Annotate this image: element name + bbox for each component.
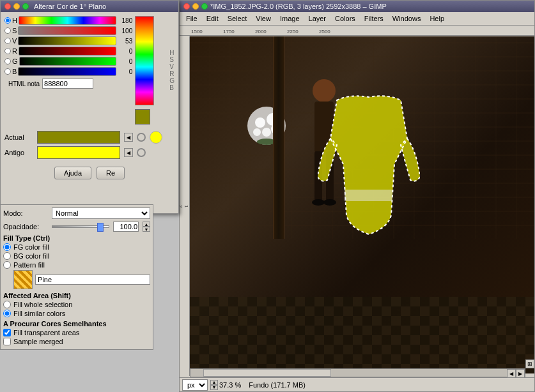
html-nota-input[interactable] <box>42 79 93 89</box>
zoom-out-button[interactable]: ▼ <box>210 385 218 390</box>
b-slider[interactable] <box>18 67 116 76</box>
canvas-area[interactable] <box>190 36 534 373</box>
yellow-painted-region <box>318 87 420 280</box>
pillar <box>273 36 284 239</box>
navigate-button[interactable]: ⊞ <box>525 359 534 368</box>
actual-row: Actual ◀ <box>4 131 174 144</box>
zoom-button[interactable] <box>22 3 29 10</box>
scrollbar-horizontal: ◀ ▶ <box>190 368 525 377</box>
antigo-indicator <box>137 148 146 157</box>
dialog-title: Alterar Cor de 1° Plano <box>34 3 106 10</box>
opacity-up[interactable]: ▲ <box>143 222 150 227</box>
fill-transparent-checkbox[interactable] <box>3 329 11 336</box>
gimp-minimize-button[interactable] <box>192 3 199 10</box>
channel-sliders: H 180 S 100 V 53 R 0 <box>4 16 132 124</box>
sample-merged-checkbox[interactable] <box>3 338 11 345</box>
scrollbar-thumb[interactable] <box>203 369 331 377</box>
s-value: 100 <box>116 27 132 34</box>
menu-filters[interactable]: Filters <box>361 13 387 24</box>
channel-r-radio[interactable] <box>4 48 11 54</box>
actual-dot <box>150 131 162 144</box>
channel-s-label: S <box>12 27 17 34</box>
menu-help[interactable]: Help <box>426 13 448 24</box>
r-value: 0 <box>116 48 132 55</box>
svg-rect-13 <box>345 190 392 201</box>
g-slider[interactable] <box>19 57 117 66</box>
scroll-left-button[interactable]: ◀ <box>507 369 516 378</box>
fill-similar-label: Fill similar colors <box>13 310 65 317</box>
channel-b-radio[interactable] <box>4 68 11 75</box>
fill-whole-option: Fill whole selection <box>3 301 150 308</box>
s-slider[interactable] <box>18 26 116 35</box>
pattern-input[interactable] <box>35 275 150 285</box>
channel-s-radio[interactable] <box>4 27 11 34</box>
channel-h-radio[interactable] <box>4 17 11 24</box>
ruler-mark-1750: 1750 <box>223 29 255 34</box>
menu-view[interactable]: View <box>252 13 275 24</box>
zoom-in-button[interactable]: ▲ <box>210 380 218 385</box>
opacity-slider[interactable] <box>52 225 109 228</box>
antigo-arrow-left[interactable]: ◀ <box>124 148 133 157</box>
gimp-title: *IMG_1852.JPG-2.0 (RGB, 3 layers) 2592x3… <box>210 3 387 10</box>
menu-edit[interactable]: Edit <box>203 13 222 24</box>
channel-v-label: V <box>12 37 17 45</box>
v-slider[interactable] <box>18 36 116 45</box>
channel-g-label: G <box>12 57 18 65</box>
affected-area-title: Affected Area (Shift) <box>3 292 150 299</box>
mode-select[interactable]: Normal Dissolve Multiply <box>52 207 150 219</box>
color-spectrum[interactable] <box>135 16 154 105</box>
menu-colors[interactable]: Colors <box>331 13 359 24</box>
channel-v-row: V 53 <box>4 36 132 45</box>
menu-file[interactable]: File <box>182 13 201 24</box>
menu-layer[interactable]: Layer <box>305 13 330 24</box>
flowers-area <box>241 100 292 151</box>
menu-windows[interactable]: Windows <box>389 13 425 24</box>
h-slider[interactable] <box>19 16 116 25</box>
opacity-thumb[interactable] <box>97 223 104 232</box>
color-dialog: Alterar Cor de 1° Plano H 180 S 100 V 53 <box>0 0 179 214</box>
actual-arrow-left[interactable]: ◀ <box>124 133 133 142</box>
actual-swatch[interactable] <box>37 131 120 144</box>
fill-whole-radio[interactable] <box>3 301 11 308</box>
memory-info: Fundo (171.7 MB) <box>249 381 306 389</box>
minimize-button[interactable] <box>13 3 20 10</box>
r-slider[interactable] <box>19 47 116 56</box>
ajuda-button[interactable]: Ajuda <box>54 167 91 179</box>
gimp-titlebar: *IMG_1852.JPG-2.0 (RGB, 3 layers) 2592x3… <box>180 1 534 12</box>
fill-similar-radio[interactable] <box>3 310 11 317</box>
gimp-zoom-button[interactable] <box>201 3 208 10</box>
menu-image[interactable]: Image <box>276 13 304 24</box>
gimp-close-button[interactable] <box>183 3 190 10</box>
sample-merged-label: Sample merged <box>13 338 63 345</box>
opacity-down[interactable]: ▼ <box>143 227 150 232</box>
channel-r-label: R <box>12 47 17 55</box>
reset-button[interactable]: Re <box>97 167 125 179</box>
antigo-swatch[interactable] <box>37 146 120 159</box>
value-strip: HSVRGB <box>169 16 174 124</box>
bg-fill-label: BG color fill <box>13 252 49 260</box>
current-color-preview <box>135 109 150 124</box>
opacity-value[interactable]: 100.0 <box>113 222 139 232</box>
bg-fill-radio[interactable] <box>3 252 11 260</box>
menu-select[interactable]: Select <box>224 13 251 24</box>
fg-fill-radio[interactable] <box>3 243 11 251</box>
channel-v-radio[interactable] <box>4 38 11 44</box>
scroll-right-button[interactable]: ▶ <box>516 369 525 378</box>
tool-options-panel: Modo: Normal Dissolve Multiply Opacidade… <box>0 204 153 350</box>
unit-selector[interactable]: px <box>182 379 208 391</box>
color-dialog-body: H 180 S 100 V 53 R 0 <box>1 12 178 128</box>
channel-b-label: B <box>12 68 17 75</box>
color-preview-panel <box>135 16 167 124</box>
actual-indicator <box>137 133 146 142</box>
pattern-preview[interactable] <box>13 270 33 289</box>
pattern-row <box>13 270 150 289</box>
pattern-fill-radio[interactable] <box>3 261 11 269</box>
channel-g-radio[interactable] <box>4 58 11 64</box>
close-button[interactable] <box>4 3 11 10</box>
opacity-spinners: ▲ ▼ <box>143 222 150 232</box>
color-comparison: Actual ◀ Antigo ◀ <box>1 128 178 164</box>
fill-whole-label: Fill whole selection <box>13 301 72 308</box>
status-bar: px ▲ ▼ 37.3 % Fundo (171.7 MB) <box>180 377 534 391</box>
zoom-display: ▲ ▼ 37.3 % <box>210 380 241 390</box>
floor-tiles <box>190 297 534 373</box>
